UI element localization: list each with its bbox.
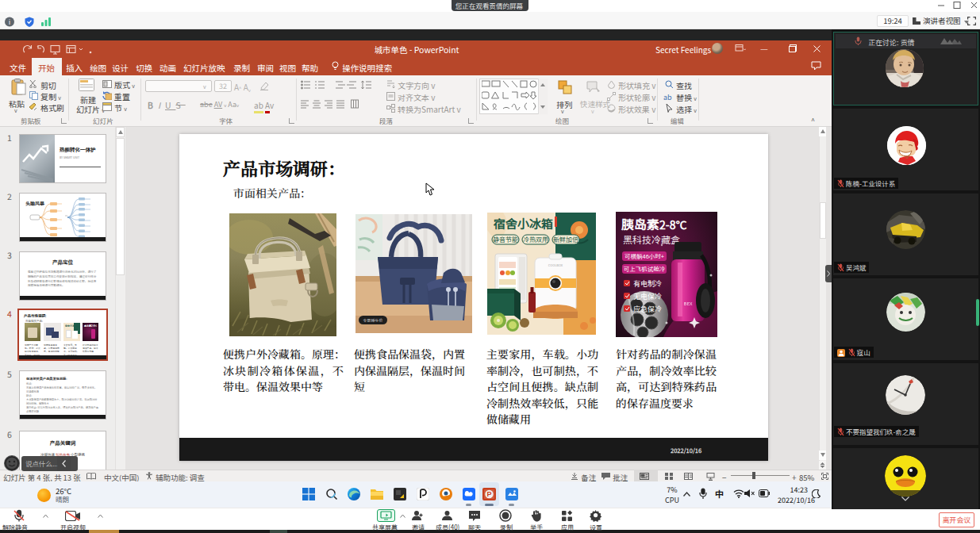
svg-text:宿舍小冰箱: 宿舍小冰箱 [493,215,553,232]
svg-text:全景睡午价: 全景睡午价 [363,317,382,323]
svg-text:有电制冷: 有电制冷 [633,278,662,289]
svg-text:i: i [9,18,10,26]
svg-text:无电保冷: 无电保冷 [633,291,662,301]
svg-text:新鲜加倍: 新鲜加倍 [553,235,578,243]
svg-text:可横躺46小时+: 可横躺46小时+ [625,251,664,260]
svg-text:黑科技冷藏盒: 黑科技冷藏盒 [623,232,680,246]
svg-text:P: P [486,490,491,498]
svg-text:胰岛素2-8℃: 胰岛素2-8℃ [621,214,686,233]
svg-text:静音节能: 静音节能 [493,235,518,243]
svg-text:可上飞机试舱冷: 可上飞机试舱冷 [624,264,666,273]
svg-text:冷热双用: 冷热双用 [523,235,548,243]
svg-text:应急保冷: 应急保冷 [633,304,662,314]
svg-text:COOLBOX: COOLBOX [548,263,563,267]
svg-text:BEX: BEX [684,300,693,307]
